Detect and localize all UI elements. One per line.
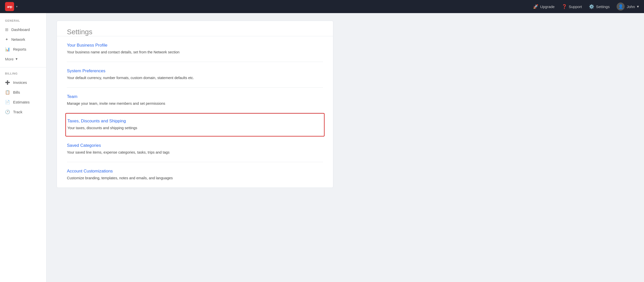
settings-link-taxes-discounts-shipping[interactable]: Taxes, Discounts and Shipping — [67, 119, 323, 124]
sidebar-divider — [0, 67, 46, 67]
settings-card: Settings Your Business ProfileYour busin… — [57, 21, 333, 188]
app-layout: GENERAL ⊞ Dashboard ✦ Network 📊 Reports … — [0, 13, 644, 282]
page-title: Settings — [67, 28, 323, 36]
logo[interactable]: anp ▾ — [5, 2, 18, 11]
settings-button[interactable]: ⚙️ Settings — [589, 4, 610, 9]
more-label: More — [5, 57, 14, 61]
settings-desc-business-profile: Your business name and contact details, … — [67, 50, 323, 55]
support-label: Support — [569, 5, 582, 9]
question-icon: ❓ — [562, 4, 567, 9]
dashboard-icon: ⊞ — [5, 27, 8, 32]
sidebar-item-label: Track — [13, 110, 22, 114]
sidebar-item-label: Dashboard — [11, 27, 30, 32]
settings-link-business-profile[interactable]: Your Business Profile — [67, 43, 323, 48]
user-menu[interactable]: 👤 John ▾ — [617, 3, 639, 11]
settings-list: Your Business ProfileYour business name … — [57, 36, 333, 188]
top-navigation: anp ▾ 🚀 Upgrade ❓ Support ⚙️ Settings 👤 … — [0, 0, 644, 13]
settings-link-saved-categories[interactable]: Saved Categories — [67, 143, 323, 148]
sidebar-item-label: Reports — [13, 47, 26, 51]
settings-row-saved-categories: Saved CategoriesYour saved line items, e… — [67, 136, 323, 162]
sidebar-item-invoices[interactable]: ➕ Invoices — [0, 78, 46, 87]
billing-section-label: BILLING — [0, 71, 46, 78]
reports-icon: 📊 — [5, 47, 10, 52]
network-icon: ✦ — [5, 37, 8, 42]
sidebar-item-label: Bills — [13, 90, 20, 94]
sidebar-item-estimates[interactable]: 📄 Estimates — [0, 97, 46, 107]
logo-chevron-icon: ▾ — [16, 5, 18, 8]
settings-desc-team: Manage your team, invite new members and… — [67, 101, 323, 107]
sidebar-item-reports[interactable]: 📊 Reports — [0, 44, 46, 54]
topnav-right: 🚀 Upgrade ❓ Support ⚙️ Settings 👤 John ▾ — [533, 3, 639, 11]
sidebar-item-label: Invoices — [13, 80, 27, 85]
settings-header: Settings — [57, 21, 333, 36]
support-button[interactable]: ❓ Support — [562, 4, 582, 9]
settings-row-business-profile: Your Business ProfileYour business name … — [67, 36, 323, 62]
sidebar-item-track[interactable]: 🕐 Track — [0, 107, 46, 117]
settings-link-account-customizations[interactable]: Account Customizations — [67, 169, 323, 174]
settings-desc-account-customizations: Customize branding, templates, notes and… — [67, 175, 323, 181]
settings-row-taxes-discounts-shipping: Taxes, Discounts and ShippingYour taxes,… — [65, 113, 325, 136]
sidebar-more[interactable]: More ▾ — [0, 54, 46, 64]
settings-desc-system-preferences: Your default currency, number formats, c… — [67, 75, 323, 81]
settings-row-team: TeamManage your team, invite new members… — [67, 88, 323, 113]
settings-row-system-preferences: System PreferencesYour default currency,… — [67, 62, 323, 88]
sidebar: GENERAL ⊞ Dashboard ✦ Network 📊 Reports … — [0, 13, 47, 282]
upgrade-label: Upgrade — [540, 5, 555, 9]
invoices-icon: ➕ — [5, 80, 10, 85]
sidebar-item-bills[interactable]: 📋 Bills — [0, 87, 46, 97]
track-icon: 🕐 — [5, 110, 10, 114]
gear-icon: ⚙️ — [589, 4, 594, 9]
main-content: Settings Your Business ProfileYour busin… — [47, 13, 644, 282]
user-chevron-icon: ▾ — [637, 4, 639, 9]
settings-row-account-customizations: Account CustomizationsCustomize branding… — [67, 162, 323, 188]
sidebar-item-label: Estimates — [13, 100, 30, 104]
more-chevron-icon: ▾ — [16, 57, 18, 61]
general-section-label: GENERAL — [0, 18, 46, 25]
rocket-icon: 🚀 — [533, 4, 538, 9]
avatar: 👤 — [617, 3, 625, 11]
logo-badge: anp — [5, 2, 14, 11]
settings-nav-label: Settings — [596, 5, 610, 9]
user-name: John — [627, 5, 635, 9]
settings-link-system-preferences[interactable]: System Preferences — [67, 68, 323, 74]
sidebar-item-dashboard[interactable]: ⊞ Dashboard — [0, 25, 46, 34]
upgrade-button[interactable]: 🚀 Upgrade — [533, 4, 555, 9]
estimates-icon: 📄 — [5, 100, 10, 104]
sidebar-item-network[interactable]: ✦ Network — [0, 34, 46, 44]
settings-desc-saved-categories: Your saved line items, expense categorie… — [67, 150, 323, 155]
settings-desc-taxes-discounts-shipping: Your taxes, discounts and shipping setti… — [67, 125, 323, 131]
sidebar-item-label: Network — [11, 37, 25, 42]
bills-icon: 📋 — [5, 90, 10, 95]
settings-link-team[interactable]: Team — [67, 94, 323, 99]
